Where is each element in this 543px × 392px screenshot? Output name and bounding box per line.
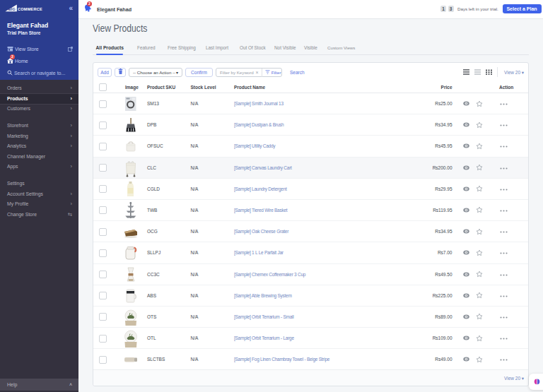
svg-text:BIG: BIG	[8, 7, 16, 11]
svg-text:COMMERCE: COMMERCE	[18, 7, 42, 11]
